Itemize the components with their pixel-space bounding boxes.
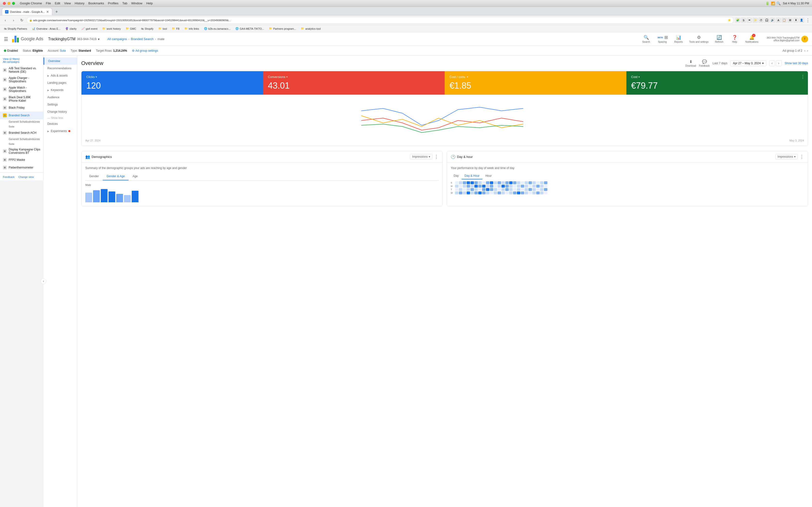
bookmark-analytics-tool[interactable]: 📁 analytics tool — [299, 26, 323, 32]
ext-extensions[interactable]: ⊞ — [788, 18, 793, 23]
chrome-active-tab[interactable]: G Overview - mate - Google A... ✕ — [2, 8, 52, 15]
feedback-link[interactable]: Feedback — [3, 175, 14, 178]
date-prev-button[interactable]: ‹ — [769, 60, 775, 66]
sidebar-subitem-suta-ach[interactable]: Suta — [0, 142, 43, 146]
sidebar-item-black-friday[interactable]: ⊞ Black Friday — [0, 104, 43, 112]
ad-group-settings-button[interactable]: ⚙ Ad group settings — [132, 49, 158, 52]
notifications-action[interactable]: 🔔 1 Notifications — [743, 34, 761, 44]
address-bar[interactable]: 🔒 ads.google.com/aw/overview?campaignId=… — [27, 17, 734, 24]
sidebar-subitem-generell-ach[interactable]: Generell Schallzahnbürste — [0, 137, 43, 142]
bookmark-overview[interactable]: 📊 Overview - Anas E... — [30, 26, 62, 32]
subnav-change-history[interactable]: Change history — [44, 108, 77, 115]
minimize-button[interactable] — [7, 2, 10, 5]
mac-edit-menu[interactable]: Edit — [55, 1, 60, 5]
mac-window-menu[interactable]: Window — [131, 1, 142, 5]
change-view-link[interactable]: Change view — [18, 175, 34, 178]
reports-action[interactable]: 📊 Reports — [671, 34, 686, 44]
ext-profile[interactable]: 👤 — [799, 18, 804, 23]
all-campaigns-link[interactable]: All campaigns — [3, 60, 40, 63]
subnav-settings[interactable]: Settings — [44, 101, 77, 108]
account-link[interactable]: Suta — [60, 49, 66, 52]
bookmark-partners[interactable]: 📁 Partners program... — [267, 26, 298, 32]
subnav-audience[interactable]: Audience — [44, 94, 77, 101]
ext-6[interactable]: 🎧 — [764, 18, 769, 23]
refresh-button[interactable]: ↻ — [18, 17, 25, 24]
stat-header-cost-conv[interactable]: Cost / conv. ▾ — [450, 75, 621, 79]
bookmark-gmc[interactable]: 📁 GMC — [124, 26, 138, 32]
dayhour-more-button[interactable]: ⋮ — [800, 154, 804, 159]
mac-tab-menu[interactable]: Tab — [122, 1, 128, 5]
sidebar-item-apple-watch[interactable]: ⊞ Apple Watch - Shopbrothers — [0, 84, 43, 94]
bookmark-shopify-partners[interactable]: 🛍 Shopify Partners — [2, 26, 29, 32]
subnav-overview[interactable]: Overview — [44, 57, 77, 65]
tools-action[interactable]: ⚙ Tools and settings — [687, 34, 711, 44]
bookmark-shopify[interactable]: 🛍 Shopify — [139, 26, 155, 32]
mac-bookmarks-menu[interactable]: Bookmarks — [89, 1, 104, 5]
ad-group-next[interactable]: › — [807, 49, 808, 52]
demographics-metric-dropdown[interactable]: Impressions ▾ — [410, 154, 433, 159]
subnav-ads-assets[interactable]: ▶ Ads & assets — [44, 72, 77, 79]
demo-tab-gender-age[interactable]: Gender & Age — [103, 173, 129, 180]
stat-more-button[interactable]: ⋮ — [801, 74, 805, 79]
bookmark-ga4-meta[interactable]: 🌐 GA4-META-TIKTO... — [234, 26, 266, 32]
sidebar-item-branded-search[interactable]: ⊞ Branded Search — [0, 112, 43, 119]
bookmark-fb[interactable]: 📁 FB — [170, 26, 182, 32]
ext-8[interactable]: A — [776, 18, 781, 23]
mac-file-menu[interactable]: File — [46, 1, 51, 5]
demo-tab-gender[interactable]: Gender — [85, 173, 103, 180]
stat-header-conversions[interactable]: Conversions ▾ — [268, 75, 440, 79]
dh-tab-day[interactable]: Day — [451, 173, 462, 179]
panel-more-button[interactable]: ⋮ — [434, 154, 439, 159]
sidebar-subitem-suta[interactable]: Suta — [0, 124, 43, 129]
forward-button[interactable]: › — [10, 17, 17, 24]
date-next-button[interactable]: › — [776, 60, 782, 66]
bookmark-star[interactable]: ⭐ — [728, 18, 731, 22]
back-button[interactable]: ‹ — [2, 17, 9, 24]
subnav-devices[interactable]: Devices — [44, 120, 77, 127]
new-tab-button[interactable]: + — [53, 8, 60, 15]
mac-view-menu[interactable]: View — [64, 1, 71, 5]
user-avatar[interactable]: T — [801, 36, 808, 43]
sidebar-item-branded-search-ach[interactable]: ⊞ Branded Search ACH — [0, 129, 43, 137]
ext-4[interactable]: ✨ — [753, 18, 758, 23]
maximize-button[interactable] — [12, 2, 15, 5]
ext-3[interactable]: ✒ — [747, 18, 752, 23]
ext-5[interactable]: ⏱ — [758, 18, 764, 23]
sidebar-item-ab-test[interactable]: ⊞ A/B Test Standard vs. Network (DE) — [0, 65, 43, 75]
ext-download[interactable]: ⬇ — [793, 18, 799, 23]
date-picker[interactable]: Apr 27 – May 3, 2024 ▾ — [730, 60, 766, 66]
sidebar-item-black-deal[interactable]: ⊞ Black Deal 5,89€ iPhone Kabel — [0, 94, 43, 104]
dayhour-metric-dropdown[interactable]: Impressions ▾ — [775, 154, 798, 159]
chrome-more-button[interactable]: ⋮ — [806, 18, 810, 23]
sidebar-item-apple-charger[interactable]: ⊞ Apple Charger - Shopbrothers — [0, 75, 43, 84]
bookmark-clarity[interactable]: 🔮 clarity — [63, 26, 79, 32]
refresh-action[interactable]: 🔄 Refresh — [712, 34, 726, 44]
bookmark-b2b[interactable]: 🌐 b2b-eu.tamaraco... — [202, 26, 233, 32]
dh-tab-hour[interactable]: Hour — [483, 173, 495, 179]
ad-group-prev[interactable]: ‹ — [804, 49, 805, 52]
dh-tab-dayhour[interactable]: Day & Hour — [462, 173, 483, 179]
subnav-landing-pages[interactable]: Landing pages — [44, 79, 77, 87]
sidebar-item-ffp2[interactable]: ⊞ FFP2 Maske — [0, 156, 43, 164]
breadcrumb-branded-search[interactable]: Branded Search — [131, 37, 154, 41]
subnav-experiments[interactable]: ▶ Experiments — [44, 127, 77, 135]
stat-header-cost[interactable]: Cost ▾ — [631, 75, 803, 79]
mac-help-menu[interactable]: Help — [146, 1, 153, 5]
tab-close-button[interactable]: ✕ — [46, 10, 49, 14]
ext-9[interactable]: 📋 — [781, 18, 787, 23]
hamburger-menu[interactable]: ☰ — [4, 36, 8, 42]
spacing-action[interactable]: BETA ⊞ Spacing — [654, 34, 670, 44]
stat-header-clicks[interactable]: Clicks ▾ — [86, 75, 258, 79]
bookmark-work-history[interactable]: 📁 work history — [100, 26, 123, 32]
bookmark-tool[interactable]: 📁 tool — [156, 26, 169, 32]
bookmark-ga4[interactable]: 📈 ga4 event — [80, 26, 99, 32]
show-last-30-button[interactable]: Show last 30 days — [785, 62, 808, 65]
account-dropdown[interactable]: ▾ — [98, 37, 100, 41]
breadcrumb-all-campaigns[interactable]: All campaigns — [107, 37, 127, 41]
demo-tab-age[interactable]: Age — [129, 173, 141, 180]
download-button[interactable]: ⬇ Download — [686, 59, 696, 67]
feedback-button[interactable]: 💬 Feedback — [699, 59, 710, 67]
search-action[interactable]: 🔍 Search — [639, 34, 654, 44]
close-button[interactable] — [3, 2, 6, 5]
view-filters-label[interactable]: View (2 filters) — [3, 57, 19, 60]
